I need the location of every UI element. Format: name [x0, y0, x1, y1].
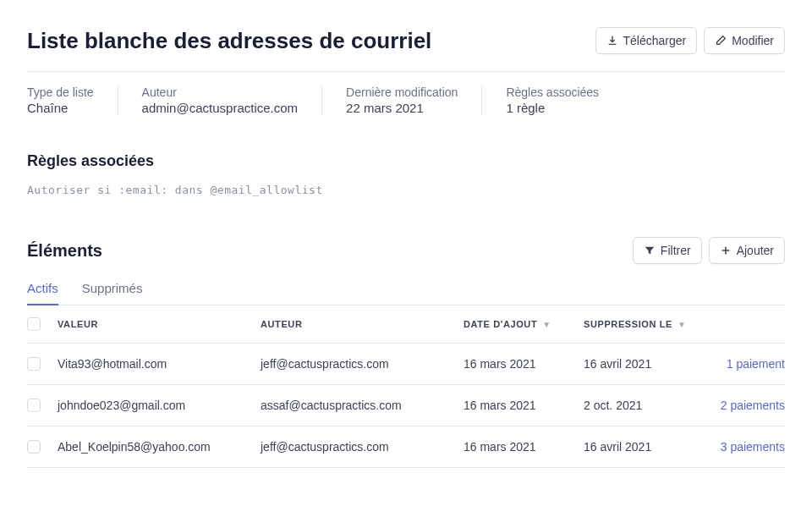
meta-row: Type de liste Chaîne Auteur admin@cactus…: [27, 71, 785, 129]
cell-value: Abel_Koelpin58@yahoo.com: [58, 440, 261, 454]
tabs: Actifs Supprimés: [27, 281, 785, 305]
download-icon: [606, 35, 618, 47]
table-row: Abel_Koelpin58@yahoo.com jeff@cactusprac…: [27, 426, 785, 468]
meta-type-label: Type de liste: [27, 85, 94, 99]
cell-author: jeff@cactuspractics.com: [261, 440, 464, 454]
add-button[interactable]: Ajouter: [709, 237, 785, 264]
meta-author: Auteur admin@cactuspractice.com: [142, 85, 322, 115]
table-row: johndoe023@gmail.com assaf@cactuspractic…: [27, 385, 785, 426]
payments-link[interactable]: 1 paiement: [727, 357, 785, 371]
meta-author-value: admin@cactuspractice.com: [142, 101, 298, 115]
tab-active[interactable]: Actifs: [27, 281, 58, 305]
download-button[interactable]: Télécharger: [595, 27, 698, 54]
header-actions: Télécharger Modifier: [595, 27, 786, 54]
table-header: VALEUR AUTEUR DATE D'AJOUT ▼ SUPPRESSION…: [27, 305, 785, 344]
sort-icon: ▼: [542, 320, 551, 329]
filter-button[interactable]: Filtrer: [633, 237, 702, 264]
cell-removed: 16 avril 2021: [584, 440, 710, 454]
tab-removed[interactable]: Supprimés: [82, 281, 143, 305]
rule-code: Autoriser si :email: dans @email_allowli…: [27, 184, 785, 196]
cell-author: jeff@cactuspractics.com: [261, 357, 464, 371]
meta-author-label: Auteur: [142, 85, 298, 99]
meta-modified-label: Dernière modification: [346, 85, 458, 99]
cell-removed: 2 oct. 2021: [584, 399, 710, 412]
meta-rules-label: Règles associées: [506, 85, 599, 99]
cell-added: 16 mars 2021: [464, 357, 584, 371]
col-header-removed-label: SUPPRESSION LE: [584, 319, 672, 329]
cell-removed: 16 avril 2021: [584, 357, 710, 371]
payments-link[interactable]: 2 paiements: [721, 399, 785, 412]
rules-section-title: Règles associées: [27, 152, 785, 170]
table-row: Vita93@hotmail.com jeff@cactuspractics.c…: [27, 344, 785, 385]
cell-value: Vita93@hotmail.com: [58, 357, 261, 371]
col-header-value[interactable]: VALEUR: [58, 319, 261, 329]
page-title: Liste blanche des adresses de courriel: [27, 28, 431, 54]
filter-button-label: Filtrer: [661, 244, 691, 257]
items-actions: Filtrer Ajouter: [633, 237, 785, 264]
row-checkbox[interactable]: [27, 399, 41, 412]
cell-value: johndoe023@gmail.com: [58, 399, 261, 412]
cell-added: 16 mars 2021: [464, 440, 584, 454]
meta-rules-value: 1 règle: [506, 101, 599, 115]
col-header-removed[interactable]: SUPPRESSION LE ▼: [584, 319, 710, 329]
row-checkbox[interactable]: [27, 357, 41, 371]
meta-rules: Règles associées 1 règle: [506, 85, 623, 115]
col-header-added-label: DATE D'AJOUT: [464, 319, 537, 329]
rule-code-body: :email: dans @email_allowlist: [112, 184, 323, 196]
meta-modified-value: 22 mars 2021: [346, 101, 458, 115]
meta-type: Type de liste Chaîne: [27, 85, 118, 115]
row-checkbox[interactable]: [27, 440, 41, 454]
plus-icon: [720, 245, 732, 256]
cell-author: assaf@cactuspractics.com: [261, 399, 464, 412]
cell-added: 16 mars 2021: [464, 399, 584, 412]
col-header-author[interactable]: AUTEUR: [261, 319, 464, 329]
select-all-checkbox[interactable]: [27, 317, 41, 331]
filter-icon: [644, 245, 656, 256]
col-header-added[interactable]: DATE D'AJOUT ▼: [464, 319, 584, 329]
items-section-title: Éléments: [27, 241, 102, 261]
pencil-icon: [715, 35, 727, 47]
rule-code-prefix: Autoriser si: [27, 184, 112, 196]
meta-type-value: Chaîne: [27, 101, 94, 115]
download-button-label: Télécharger: [623, 34, 687, 47]
add-button-label: Ajouter: [737, 244, 774, 257]
payments-link[interactable]: 3 paiements: [721, 440, 785, 454]
meta-modified: Dernière modification 22 mars 2021: [346, 85, 482, 115]
items-table: VALEUR AUTEUR DATE D'AJOUT ▼ SUPPRESSION…: [27, 305, 785, 468]
sort-icon: ▼: [678, 320, 687, 329]
edit-button[interactable]: Modifier: [704, 27, 785, 54]
edit-button-label: Modifier: [732, 34, 774, 47]
